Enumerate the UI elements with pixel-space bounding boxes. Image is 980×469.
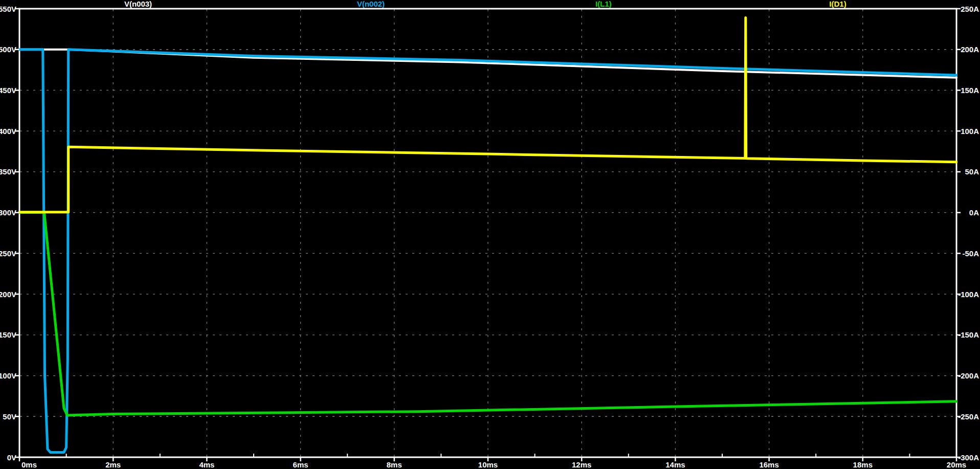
x-tick-label: 8ms	[387, 460, 402, 469]
x-tick-label: 16ms	[759, 460, 778, 469]
y-left-tick-label: 200V	[0, 290, 16, 299]
x-tick-label: 20ms	[947, 460, 966, 469]
y-right-tick-label: 200A	[961, 45, 979, 54]
y-left-tick-label: 400V	[0, 127, 16, 136]
y-right-tick-label: -200A	[958, 371, 979, 380]
x-tick-label: 4ms	[199, 460, 214, 469]
y-left-tick-label: 0V	[7, 453, 16, 462]
x-tick-label: 12ms	[572, 460, 591, 469]
y-right-tick-label: 0A	[969, 208, 979, 217]
y-left-tick-label: 350V	[0, 167, 16, 176]
waveform-viewer: V(n003) V(n002) I(L1) I(D1) 550V500V450V…	[0, 0, 980, 469]
y-left-tick-label: 450V	[0, 86, 16, 95]
y-right-tick-label: 100A	[961, 127, 979, 136]
y-left-tick-label: 300V	[0, 208, 16, 217]
x-tick-label: 0ms	[21, 460, 37, 469]
y-right-tick-label: 150A	[961, 86, 979, 95]
y-left-tick-label: 150V	[0, 330, 16, 339]
waveform-plot[interactable]: 550V500V450V400V350V300V250V200V150V100V…	[0, 0, 980, 469]
x-tick-label: 10ms	[478, 460, 498, 469]
y-left-tick-label: 550V	[0, 5, 16, 13]
x-tick-label: 2ms	[105, 460, 121, 469]
grid	[20, 9, 956, 457]
x-tick-label: 6ms	[293, 460, 308, 469]
y-right-tick-label: 50A	[965, 167, 979, 176]
y-right-tick-label: -50A	[962, 249, 979, 258]
y-left-tick-label: 50V	[3, 412, 16, 421]
y-left-tick-label: 100V	[0, 371, 16, 380]
x-tick-label: 18ms	[853, 460, 873, 469]
y-right-tick-label: -100A	[958, 290, 979, 299]
y-left-tick-label: 250V	[0, 249, 16, 258]
y-right-tick-label: 250A	[961, 5, 979, 13]
y-left-tick-label: 500V	[0, 45, 16, 54]
y-right-tick-label: -250A	[958, 412, 979, 421]
x-tick-label: 14ms	[665, 460, 685, 469]
y-right-tick-label: -150A	[958, 330, 979, 339]
